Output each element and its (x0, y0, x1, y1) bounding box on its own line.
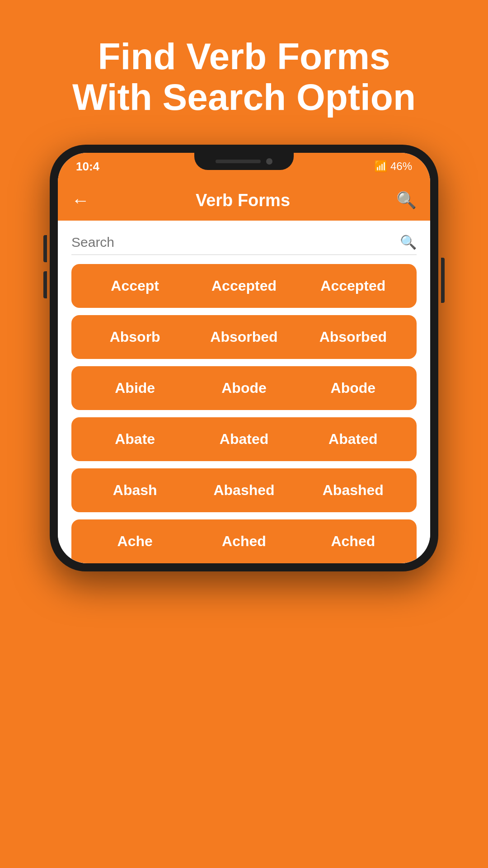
table-row[interactable]: AbashAbashedAbashed (71, 468, 417, 512)
phone-outer: 10:4 📶 46% ← Verb Forms 🔍 (50, 145, 438, 571)
camera-dot (266, 158, 272, 165)
phone-inner: 10:4 📶 46% ← Verb Forms 🔍 (58, 153, 430, 563)
table-row[interactable]: AbideAbodeAbode (71, 366, 417, 410)
signal-icon: 📶 (374, 160, 388, 173)
verb-cell-participle: Abode (299, 380, 408, 396)
volume-down-button (43, 271, 47, 298)
header-line2: With Search Option (72, 76, 416, 118)
verb-cell-base: Ache (80, 533, 189, 550)
verb-cell-participle: Abashed (299, 482, 408, 499)
verb-cell-past: Abated (189, 431, 298, 448)
toolbar-search-icon[interactable]: 🔍 (396, 191, 417, 210)
verb-cell-base: Accept (80, 278, 189, 294)
verb-cell-past: Abode (189, 380, 298, 396)
verb-cell-past: Abashed (189, 482, 298, 499)
verb-list: AcceptAcceptedAcceptedAbsorbAbsorbedAbso… (58, 255, 430, 563)
verb-cell-past: Absorbed (189, 329, 298, 345)
status-bar: 10:4 📶 46% (58, 153, 430, 180)
verb-cell-base: Abash (80, 482, 189, 499)
header-line1: Find Verb Forms (98, 36, 390, 77)
table-row[interactable]: AbsorbAbsorbedAbsorbed (71, 315, 417, 359)
search-container: 🔍 (58, 221, 430, 255)
search-icon-inner: 🔍 (400, 234, 417, 250)
table-row[interactable]: AcceptAcceptedAccepted (71, 264, 417, 308)
volume-up-button (43, 235, 47, 262)
back-button[interactable]: ← (71, 190, 89, 211)
verb-cell-base: Abide (80, 380, 189, 396)
verb-cell-participle: Accepted (299, 278, 408, 294)
phone-mockup: 10:4 📶 46% ← Verb Forms 🔍 (50, 145, 438, 571)
status-time: 10:4 (76, 160, 99, 174)
verb-cell-participle: Abated (299, 431, 408, 448)
power-button (441, 258, 445, 303)
table-row[interactable]: AbateAbatedAbated (71, 417, 417, 461)
search-input[interactable] (71, 235, 400, 250)
table-row[interactable]: AcheAchedAched (71, 519, 417, 563)
battery-text: 46% (390, 160, 412, 173)
notch-bar (216, 160, 261, 163)
verb-cell-participle: Ached (299, 533, 408, 550)
search-bar: 🔍 (71, 230, 417, 255)
toolbar-title: Verb Forms (196, 191, 290, 210)
verb-cell-past: Accepted (189, 278, 298, 294)
verb-cell-base: Absorb (80, 329, 189, 345)
notch (194, 153, 294, 170)
verb-cell-past: Ached (189, 533, 298, 550)
verb-cell-base: Abate (80, 431, 189, 448)
status-icons: 📶 46% (374, 160, 412, 173)
verb-cell-participle: Absorbed (299, 329, 408, 345)
header-text: Find Verb Forms With Search Option (45, 0, 443, 136)
app-toolbar: ← Verb Forms 🔍 (58, 180, 430, 221)
